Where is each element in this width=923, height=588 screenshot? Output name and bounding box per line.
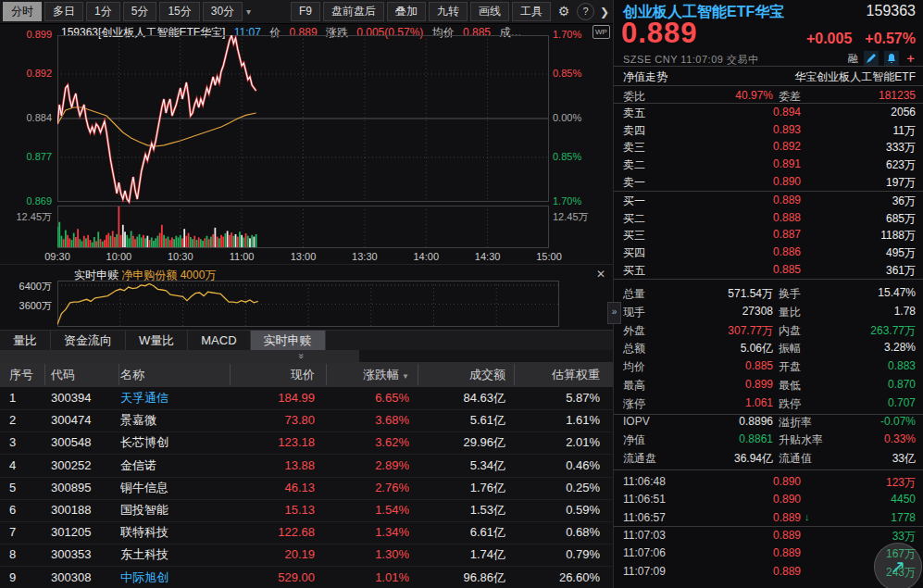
- toolbar-period-15分[interactable]: 15分: [159, 2, 199, 21]
- cell-price: 123.18: [228, 432, 315, 454]
- intraday-chart[interactable]: [57, 35, 549, 248]
- toolbar-tool-F9[interactable]: F9: [291, 2, 320, 21]
- book-volume: 623万: [780, 157, 916, 173]
- cell-pct: 1.34%: [324, 521, 409, 544]
- toolbar-period-多日[interactable]: 多日: [44, 2, 83, 21]
- stat-label: 流通盘: [623, 451, 656, 467]
- session-info: SZSE CNY 11:07:09 交易中: [623, 53, 758, 67]
- add-watchlist-icon[interactable]: ＋: [904, 50, 917, 67]
- stat-value: 571.54万: [688, 286, 773, 302]
- quote-actions: 融 ＋: [848, 50, 917, 67]
- help-icon[interactable]: ?: [577, 3, 594, 20]
- cell-code: 300308: [51, 567, 118, 588]
- tick-volume: 123万: [799, 475, 916, 491]
- panel-expander-icon[interactable]: »: [607, 302, 621, 324]
- time-axis-label: 14:30: [475, 251, 501, 262]
- subchart-close-icon[interactable]: ✕: [593, 267, 608, 281]
- tab-实时申赎[interactable]: 实时申赎: [251, 331, 326, 351]
- time-axis-label: 11:00: [230, 251, 255, 262]
- table-row[interactable]: 7301205联特科技122.681.34%6.61亿0.68%: [0, 521, 613, 544]
- cell-weight: 1.61%: [512, 409, 600, 432]
- sort-descending-icon[interactable]: ▼: [402, 372, 409, 381]
- toolbar-tool-叠加[interactable]: 叠加: [387, 2, 426, 21]
- cell-idx: 1: [9, 387, 39, 409]
- toolbar-period-1分[interactable]: 1分: [86, 2, 120, 21]
- toolbar-tool-九转[interactable]: 九转: [429, 2, 468, 21]
- table-row[interactable]: 3300548长芯博创123.183.62%29.96亿2.01%: [0, 432, 613, 455]
- header-separator: [326, 364, 327, 385]
- subchart-ylabel: 6400万: [0, 280, 52, 294]
- collapse-chevron-icon[interactable]: »: [295, 353, 307, 358]
- tab-量比[interactable]: 量比: [0, 331, 51, 351]
- tick-price: 0.889: [716, 529, 801, 542]
- tick-time: 11:06:48: [623, 475, 666, 488]
- y-axis-percent-label: 0.85%: [553, 151, 605, 162]
- column-header-name[interactable]: 名称: [120, 362, 228, 387]
- cell-code: 300895: [51, 477, 118, 499]
- cell-idx: 9: [9, 567, 39, 588]
- y-axis-price-label: 0.899: [0, 29, 52, 40]
- book-volume: 1188万: [780, 228, 916, 244]
- column-header-price[interactable]: 现价: [228, 362, 315, 387]
- cell-price: 46.13: [228, 477, 315, 499]
- stat-value: 1.78: [780, 305, 916, 318]
- constituents-table: 序号代码名称现价涨跌幅▼成交额估算权重 1300394天孚通信184.996.6…: [0, 362, 613, 588]
- tick-price: 0.890: [716, 475, 801, 488]
- tab-W量比[interactable]: W量比: [126, 331, 188, 351]
- tick-price: 0.889: [716, 546, 801, 559]
- book-level-label: 买四: [623, 245, 645, 261]
- edit-icon[interactable]: [864, 51, 879, 66]
- table-row[interactable]: 5300895铜牛信息46.132.76%1.76亿0.25%: [0, 477, 613, 500]
- book-level-label: 买一: [623, 194, 645, 209]
- period-dropdown-icon[interactable]: ▾: [246, 6, 251, 17]
- cell-pct: 1.30%: [324, 544, 409, 566]
- nav-tab-netvalue[interactable]: 净值走势: [623, 69, 667, 85]
- floating-expand-button[interactable]: ↗: [874, 543, 922, 588]
- column-header-idx[interactable]: 序号: [9, 362, 39, 387]
- volume-axis-label: 12.45万: [0, 210, 52, 224]
- stat-label: 现手: [623, 305, 645, 320]
- table-row[interactable]: 6300188国投智能15.131.54%1.53亿0.59%: [0, 499, 613, 522]
- y-axis-price-label: 0.892: [0, 68, 52, 79]
- column-header-code[interactable]: 代码: [51, 362, 118, 387]
- indicator-tabbar: 量比资金流向W量比MACD实时申赎: [0, 330, 613, 351]
- toolbar-more-icon[interactable]: ❯: [600, 6, 609, 19]
- cell-pct: 1.01%: [324, 567, 409, 588]
- column-header-amount[interactable]: 成交额: [418, 362, 505, 387]
- tab-MACD[interactable]: MACD: [188, 331, 250, 351]
- change-abs: +0.005: [806, 31, 852, 46]
- column-header-weight[interactable]: 估算权重: [512, 362, 600, 387]
- table-row[interactable]: 1300394天孚通信184.996.65%84.63亿5.87%: [0, 387, 613, 410]
- stat-label: 均价: [623, 359, 645, 375]
- cell-pct: 3.62%: [324, 432, 409, 454]
- book-level-label: 买二: [623, 211, 645, 227]
- cell-name: 天孚通信: [120, 387, 228, 409]
- table-row[interactable]: 8300353东土科技20.191.30%1.74亿0.79%: [0, 544, 613, 567]
- toolbar-period-分时[interactable]: 分时: [3, 2, 42, 21]
- table-row[interactable]: 4300252金信诺13.882.89%5.34亿0.46%: [0, 455, 613, 478]
- alert-bell-icon[interactable]: [884, 51, 899, 66]
- table-row[interactable]: 2300474景嘉微73.803.68%5.61亿1.61%: [0, 409, 613, 432]
- cell-amount: 6.61亿: [418, 521, 505, 544]
- toolbar-tool-盘前盘后[interactable]: 盘前盘后: [323, 2, 384, 21]
- toolbar-tool-画线[interactable]: 画线: [470, 2, 509, 21]
- cell-pct: 1.54%: [324, 499, 409, 521]
- header-separator: [514, 364, 515, 385]
- tab-资金流向[interactable]: 资金流向: [51, 331, 126, 351]
- fund-full-name[interactable]: 华宝创业板人工智能ETF: [794, 69, 916, 85]
- gear-icon[interactable]: ⚙: [555, 4, 572, 19]
- subchart-ylabel: 3600万: [0, 299, 52, 313]
- book-volume: 361万: [780, 263, 916, 279]
- subscription-chart[interactable]: [57, 281, 559, 327]
- cell-code: 300474: [51, 409, 118, 432]
- toolbar-period-5分[interactable]: 5分: [123, 2, 157, 21]
- book-level-label: 买五: [623, 263, 645, 279]
- table-row[interactable]: 9300308中际旭创529.001.01%96.86亿26.60%: [0, 567, 613, 588]
- column-header-pct[interactable]: 涨跌幅▼: [324, 362, 409, 389]
- divider: [614, 85, 923, 86]
- toolbar-period-30分[interactable]: 30分: [203, 2, 243, 21]
- toolbar-tool-工具[interactable]: 工具: [512, 2, 551, 21]
- y-axis-percent-label: 0.85%: [553, 68, 605, 79]
- subchart-legend-value: 4000万: [181, 269, 217, 281]
- book-level-label: 卖五: [623, 106, 645, 121]
